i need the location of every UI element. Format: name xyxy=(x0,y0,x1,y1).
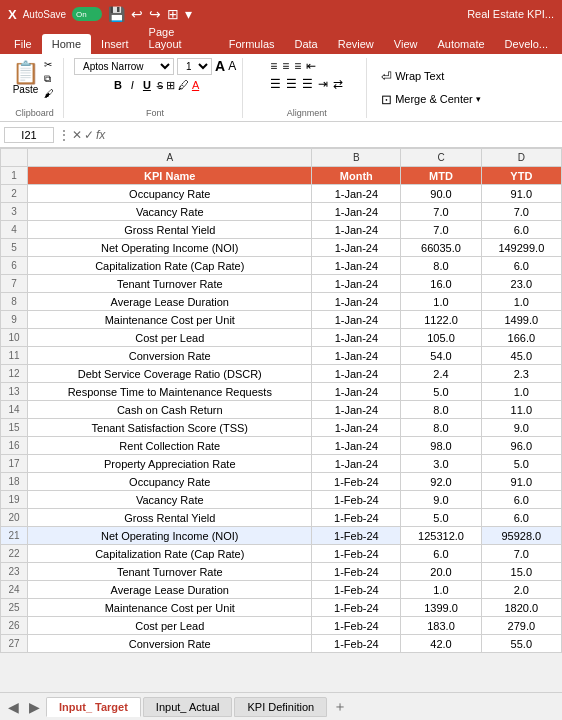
mtd-cell-13[interactable]: 5.0 xyxy=(401,383,481,401)
mtd-cell-24[interactable]: 1.0 xyxy=(401,581,481,599)
ytd-cell-25[interactable]: 1820.0 xyxy=(481,599,561,617)
mtd-cell-10[interactable]: 105.0 xyxy=(401,329,481,347)
toolbar-icon-redo[interactable]: ↪ xyxy=(149,6,161,22)
month-cell-16[interactable]: 1-Jan-24 xyxy=(312,437,401,455)
ytd-cell-9[interactable]: 1499.0 xyxy=(481,311,561,329)
font-family-dropdown[interactable]: Aptos Narrow xyxy=(74,58,174,75)
ytd-cell-4[interactable]: 6.0 xyxy=(481,221,561,239)
kpi-cell-5[interactable]: Net Operating Income (NOI) xyxy=(28,239,312,257)
mtd-cell-22[interactable]: 6.0 xyxy=(401,545,481,563)
col-header-A[interactable]: A xyxy=(28,149,312,167)
merge-dropdown-icon[interactable]: ▾ xyxy=(476,94,481,104)
month-cell-2[interactable]: 1-Jan-24 xyxy=(312,185,401,203)
font-grow-button[interactable]: A xyxy=(215,58,225,74)
ytd-cell-11[interactable]: 45.0 xyxy=(481,347,561,365)
month-cell-3[interactable]: 1-Jan-24 xyxy=(312,203,401,221)
tab-data[interactable]: Data xyxy=(285,34,328,54)
mtd-cell-27[interactable]: 42.0 xyxy=(401,635,481,653)
merge-center-button[interactable]: ⊡ Merge & Center ▾ xyxy=(377,90,485,109)
header-mtd[interactable]: MTD xyxy=(401,167,481,185)
copy-button[interactable]: ⧉ xyxy=(41,72,57,86)
mtd-cell-12[interactable]: 2.4 xyxy=(401,365,481,383)
underline-button[interactable]: U xyxy=(140,79,154,91)
sheet-tab-kpi-definition[interactable]: KPI Definition xyxy=(234,697,327,717)
month-cell-4[interactable]: 1-Jan-24 xyxy=(312,221,401,239)
kpi-cell-10[interactable]: Cost per Lead xyxy=(28,329,312,347)
align-top-center-button[interactable]: ≡ xyxy=(281,58,290,74)
ytd-cell-20[interactable]: 6.0 xyxy=(481,509,561,527)
month-cell-12[interactable]: 1-Jan-24 xyxy=(312,365,401,383)
tab-formulas[interactable]: Formulas xyxy=(219,34,285,54)
month-cell-9[interactable]: 1-Jan-24 xyxy=(312,311,401,329)
month-cell-26[interactable]: 1-Feb-24 xyxy=(312,617,401,635)
align-left-button[interactable]: ☰ xyxy=(269,76,282,92)
tab-develop[interactable]: Develo... xyxy=(495,34,558,54)
align-top-right-button[interactable]: ≡ xyxy=(293,58,302,74)
month-cell-14[interactable]: 1-Jan-24 xyxy=(312,401,401,419)
kpi-cell-9[interactable]: Maintenance Cost per Unit xyxy=(28,311,312,329)
ytd-cell-22[interactable]: 7.0 xyxy=(481,545,561,563)
month-cell-21[interactable]: 1-Feb-24 xyxy=(312,527,401,545)
ytd-cell-16[interactable]: 96.0 xyxy=(481,437,561,455)
indent-decrease-button[interactable]: ⇤ xyxy=(305,58,317,74)
wrap-text-button[interactable]: ⏎ Wrap Text xyxy=(377,67,485,86)
sheet-nav-left[interactable]: ◀ xyxy=(4,699,23,715)
kpi-cell-14[interactable]: Cash on Cash Return xyxy=(28,401,312,419)
toolbar-icon-save[interactable]: 💾 xyxy=(108,6,125,22)
ytd-cell-2[interactable]: 91.0 xyxy=(481,185,561,203)
col-header-D[interactable]: D xyxy=(481,149,561,167)
kpi-cell-23[interactable]: Tenant Turnover Rate xyxy=(28,563,312,581)
autosave-toggle[interactable] xyxy=(72,7,102,21)
kpi-cell-2[interactable]: Occupancy Rate xyxy=(28,185,312,203)
ytd-cell-3[interactable]: 7.0 xyxy=(481,203,561,221)
paste-button[interactable]: 📋 Paste xyxy=(12,62,39,95)
month-cell-8[interactable]: 1-Jan-24 xyxy=(312,293,401,311)
mtd-cell-17[interactable]: 3.0 xyxy=(401,455,481,473)
sheet-tab-input-target[interactable]: Input_ Target xyxy=(46,697,141,717)
month-cell-20[interactable]: 1-Feb-24 xyxy=(312,509,401,527)
kpi-cell-15[interactable]: Tenant Satisfaction Score (TSS) xyxy=(28,419,312,437)
kpi-cell-13[interactable]: Response Time to Maintenance Requests xyxy=(28,383,312,401)
format-painter-button[interactable]: 🖌 xyxy=(41,87,57,100)
kpi-cell-19[interactable]: Vacancy Rate xyxy=(28,491,312,509)
header-ytd[interactable]: YTD xyxy=(481,167,561,185)
month-cell-25[interactable]: 1-Feb-24 xyxy=(312,599,401,617)
mtd-cell-9[interactable]: 1122.0 xyxy=(401,311,481,329)
spreadsheet-container[interactable]: A B C D 1 KPI Name Month MTD YTD 2Occupa… xyxy=(0,148,562,653)
kpi-cell-27[interactable]: Conversion Rate xyxy=(28,635,312,653)
align-center-button[interactable]: ☰ xyxy=(285,76,298,92)
ytd-cell-5[interactable]: 149299.0 xyxy=(481,239,561,257)
mtd-cell-8[interactable]: 1.0 xyxy=(401,293,481,311)
ytd-cell-19[interactable]: 6.0 xyxy=(481,491,561,509)
strikethrough-button[interactable]: S̶ xyxy=(157,80,163,91)
kpi-cell-16[interactable]: Rent Collection Rate xyxy=(28,437,312,455)
mtd-cell-18[interactable]: 92.0 xyxy=(401,473,481,491)
kpi-cell-20[interactable]: Gross Rental Yield xyxy=(28,509,312,527)
ytd-cell-10[interactable]: 166.0 xyxy=(481,329,561,347)
kpi-cell-7[interactable]: Tenant Turnover Rate xyxy=(28,275,312,293)
align-top-left-button[interactable]: ≡ xyxy=(269,58,278,74)
kpi-cell-24[interactable]: Average Lease Duration xyxy=(28,581,312,599)
month-cell-19[interactable]: 1-Feb-24 xyxy=(312,491,401,509)
mtd-cell-26[interactable]: 183.0 xyxy=(401,617,481,635)
month-cell-18[interactable]: 1-Feb-24 xyxy=(312,473,401,491)
mtd-cell-5[interactable]: 66035.0 xyxy=(401,239,481,257)
toolbar-icon-more[interactable]: ▾ xyxy=(185,6,192,22)
ytd-cell-15[interactable]: 9.0 xyxy=(481,419,561,437)
toolbar-icon-undo[interactable]: ↩ xyxy=(131,6,143,22)
month-cell-24[interactable]: 1-Feb-24 xyxy=(312,581,401,599)
bold-button[interactable]: B xyxy=(111,79,125,91)
indent-increase-button[interactable]: ⇥ xyxy=(317,76,329,92)
month-cell-23[interactable]: 1-Feb-24 xyxy=(312,563,401,581)
tab-home[interactable]: Home xyxy=(42,34,91,54)
ytd-cell-23[interactable]: 15.0 xyxy=(481,563,561,581)
font-size-dropdown[interactable]: 11 xyxy=(177,58,212,75)
align-right-button[interactable]: ☰ xyxy=(301,76,314,92)
kpi-cell-26[interactable]: Cost per Lead xyxy=(28,617,312,635)
month-cell-11[interactable]: 1-Jan-24 xyxy=(312,347,401,365)
kpi-cell-8[interactable]: Average Lease Duration xyxy=(28,293,312,311)
mtd-cell-4[interactable]: 7.0 xyxy=(401,221,481,239)
tab-page-layout[interactable]: Page Layout xyxy=(139,22,219,54)
mtd-cell-11[interactable]: 54.0 xyxy=(401,347,481,365)
kpi-cell-11[interactable]: Conversion Rate xyxy=(28,347,312,365)
